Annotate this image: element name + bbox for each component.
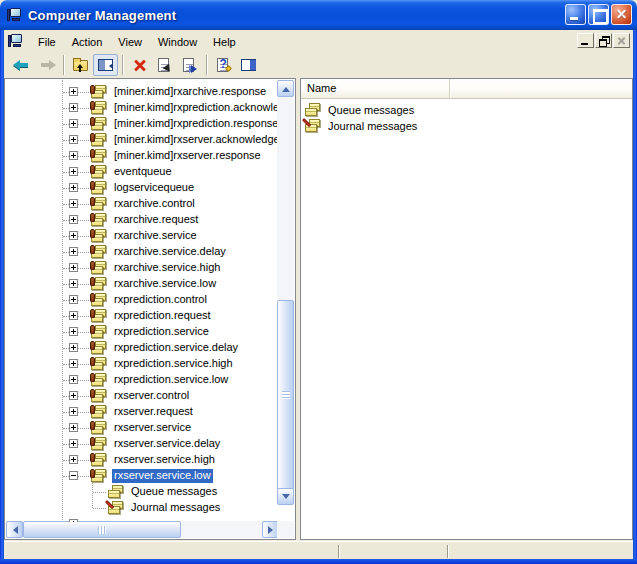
expand-icon[interactable] <box>69 135 78 144</box>
expand-icon[interactable] <box>69 103 78 112</box>
close-button[interactable] <box>611 4 632 25</box>
tree-item-label[interactable]: rxserver.request <box>112 405 195 419</box>
horizontal-scroll-thumb[interactable] <box>23 521 181 538</box>
tree-item-label[interactable]: rxprediction.service <box>112 325 211 339</box>
tree-item-label[interactable]: rxserver.control <box>112 389 191 403</box>
expand-icon[interactable] <box>69 215 78 224</box>
message-queue-icon <box>90 85 109 99</box>
list-item[interactable]: Journal messages <box>301 118 632 134</box>
expand-icon[interactable] <box>69 199 78 208</box>
scroll-up-button[interactable] <box>277 80 294 97</box>
menu-view[interactable]: View <box>110 33 150 51</box>
tree-item-label[interactable]: eventqueue <box>112 165 174 179</box>
tree-row: rxarchive.service.low <box>6 276 277 292</box>
tree-horizontal-scrollbar[interactable] <box>6 521 279 538</box>
tree-item-label[interactable]: [miner.kimd]rxserver.acknowledge <box>112 133 277 147</box>
mdi-minimize-button[interactable] <box>577 33 594 48</box>
tree-item-label[interactable]: rxprediction.request <box>112 309 213 323</box>
menu-action[interactable]: Action <box>64 33 111 51</box>
tree-item-label[interactable]: rxarchive.service.delay <box>112 245 228 259</box>
expand-icon[interactable] <box>69 231 78 240</box>
message-queue-icon <box>90 437 109 451</box>
tree-item-label[interactable]: rxserver.service.delay <box>112 437 222 451</box>
tree-item-label[interactable]: rxarchive.service <box>112 229 199 243</box>
menu-window[interactable]: Window <box>150 33 205 51</box>
expand-icon[interactable] <box>69 407 78 416</box>
expand-icon[interactable] <box>69 359 78 368</box>
expand-icon[interactable] <box>69 391 78 400</box>
back-button[interactable] <box>9 54 34 76</box>
expand-icon[interactable] <box>69 423 78 432</box>
mdi-restore-button[interactable] <box>595 33 612 48</box>
expand-icon[interactable] <box>69 343 78 352</box>
expand-icon[interactable] <box>69 167 78 176</box>
arrow-right-icon <box>268 526 277 534</box>
scroll-down-button[interactable] <box>277 488 294 505</box>
up-one-level-button[interactable] <box>68 54 93 76</box>
expand-icon[interactable] <box>69 279 78 288</box>
column-header-name[interactable]: Name <box>301 79 450 98</box>
expand-icon[interactable] <box>69 295 78 304</box>
show-hide-console-tree-button[interactable] <box>93 54 118 76</box>
message-queue-icon <box>90 261 109 275</box>
expand-icon[interactable] <box>69 375 78 384</box>
list-item[interactable]: Queue messages <box>301 102 632 118</box>
expand-icon[interactable] <box>69 247 78 256</box>
tree-item-label[interactable]: rxprediction.service.delay <box>112 341 240 355</box>
delete-button[interactable] <box>127 54 152 76</box>
tree-vertical-scrollbar[interactable] <box>277 80 294 505</box>
message-queue-icon <box>90 453 109 467</box>
export-list-button[interactable] <box>177 54 202 76</box>
properties-button[interactable] <box>152 54 177 76</box>
tree-item-label[interactable]: [miner.kimd]rxserver.response <box>112 149 263 163</box>
expand-icon[interactable] <box>69 263 78 272</box>
maximize-button[interactable] <box>588 4 609 25</box>
computer-management-window: Computer Management FileActionViewWindow… <box>0 0 637 564</box>
tree-item-label[interactable]: rxserver.service.high <box>112 453 217 467</box>
expand-icon[interactable] <box>69 455 78 464</box>
tree-item-label[interactable]: rxarchive.service.high <box>112 261 222 275</box>
menu-help[interactable]: Help <box>205 33 244 51</box>
tree-item-label[interactable]: [miner.kimd]rxarchive.response <box>112 85 268 99</box>
expand-icon[interactable] <box>69 151 78 160</box>
expand-icon[interactable] <box>69 311 78 320</box>
list-item-label[interactable]: Journal messages <box>328 120 417 132</box>
collapse-icon[interactable] <box>69 471 78 480</box>
scroll-left-button[interactable] <box>6 521 23 538</box>
expand-icon[interactable] <box>69 519 78 522</box>
vertical-scroll-thumb[interactable] <box>277 300 294 490</box>
menu-file[interactable]: File <box>30 33 64 51</box>
tree-item-label[interactable]: rxarchive.control <box>112 197 197 211</box>
tree-item-label[interactable]: rxprediction.service.low <box>112 373 230 387</box>
minimize-button[interactable] <box>565 4 586 25</box>
expand-icon[interactable] <box>69 87 78 96</box>
tree-item-label[interactable]: rxserver.service.low <box>112 469 213 483</box>
message-queue-icon <box>90 373 109 387</box>
expand-icon[interactable] <box>69 327 78 336</box>
tree-item-label[interactable]: [miner.kimd]rxprediction.acknowled <box>112 101 277 115</box>
message-queue-icon <box>90 389 109 403</box>
list-item-label[interactable]: Queue messages <box>328 104 414 116</box>
console-window-icon[interactable] <box>8 33 24 49</box>
tree-child-row: Queue messages <box>6 484 277 500</box>
tree-row: rxprediction.control <box>6 292 277 308</box>
column-header-blank[interactable] <box>450 79 632 98</box>
tree-item-label[interactable]: rxarchive.request <box>112 213 200 227</box>
tree-item-label[interactable]: rxprediction.control <box>112 293 209 307</box>
arrow-left-icon <box>9 526 18 534</box>
tree-item-label[interactable]: [miner.kimd]rxprediction.response <box>112 117 277 131</box>
tree-item-label[interactable]: logservicequeue <box>112 181 196 195</box>
message-queue-icon <box>90 293 109 307</box>
tree-child-row: Journal messages <box>6 500 277 516</box>
tree-item-label[interactable]: Queue messages <box>129 485 219 499</box>
tree-item-label[interactable]: Journal messages <box>129 501 222 515</box>
expand-icon[interactable] <box>69 183 78 192</box>
journal-messages-icon <box>107 501 126 515</box>
show-hide-action-pane-button[interactable] <box>236 54 261 76</box>
tree-item-label[interactable]: rxserver.service <box>112 421 193 435</box>
help-button[interactable]: ? <box>211 54 236 76</box>
tree-item-label[interactable]: rxarchive.service.low <box>112 277 218 291</box>
expand-icon[interactable] <box>69 439 78 448</box>
expand-icon[interactable] <box>69 119 78 128</box>
tree-item-label[interactable]: rxprediction.service.high <box>112 357 235 371</box>
